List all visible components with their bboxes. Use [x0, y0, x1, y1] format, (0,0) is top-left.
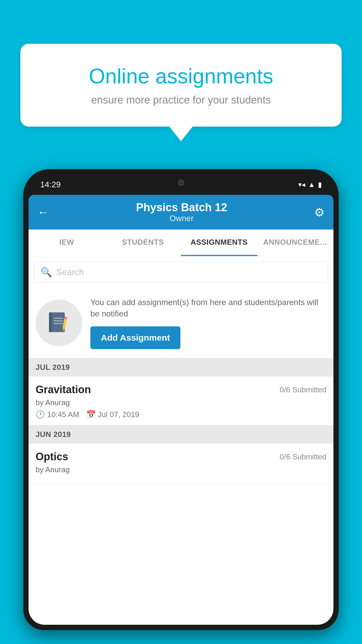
- tabs-bar: IEW STUDENTS ASSIGNMENTS ANNOUNCEME…: [29, 230, 333, 256]
- batch-title: Physics Batch 12: [136, 201, 227, 214]
- clock-icon: 🕐: [36, 410, 45, 419]
- assignment-status-gravitation: 0/6 Submitted: [280, 385, 326, 394]
- speech-bubble-tail: [169, 127, 193, 141]
- assignment-title-gravitation: Gravitation: [36, 384, 91, 396]
- search-container: 🔍 Search: [29, 256, 333, 288]
- wifi-icon: ▾◂: [298, 181, 305, 189]
- search-icon: 🔍: [41, 267, 52, 278]
- tab-announcements[interactable]: ANNOUNCEME…: [257, 230, 334, 256]
- assignment-by-optics: by Anurag: [36, 465, 326, 474]
- tab-assignments[interactable]: ASSIGNMENTS: [181, 230, 257, 256]
- back-button[interactable]: ←: [37, 206, 49, 219]
- header-title-block: Physics Batch 12 Owner: [136, 201, 227, 223]
- assignment-top-row: Gravitation 0/6 Submitted: [36, 384, 326, 396]
- search-bar[interactable]: 🔍 Search: [34, 262, 328, 283]
- assignment-time-gravitation: 10:45 AM: [47, 410, 79, 419]
- meta-time-gravitation: 🕐 10:45 AM: [36, 410, 79, 419]
- assignment-item-gravitation[interactable]: Gravitation 0/6 Submitted by Anurag 🕐 10…: [29, 377, 333, 425]
- notebook-icon-circle: [36, 300, 82, 346]
- camera: [178, 179, 184, 186]
- tab-students[interactable]: STUDENTS: [105, 230, 181, 256]
- notch: [158, 174, 204, 190]
- signal-icon: ▲: [308, 181, 315, 189]
- phone-wrapper: 14:29 ▾◂ ▲ ▮ ← Physics Batch 12 Owner ⚙: [23, 169, 339, 644]
- assignment-meta-gravitation: 🕐 10:45 AM 📅 Jul 07, 2019: [36, 410, 326, 419]
- meta-date-gravitation: 📅 Jul 07, 2019: [86, 410, 139, 419]
- assignment-by-gravitation: by Anurag: [36, 398, 326, 407]
- assignment-top-row-optics: Optics 0/6 Submitted: [36, 451, 326, 463]
- assignment-date-gravitation: Jul 07, 2019: [98, 410, 139, 419]
- bubble-subtitle: ensure more practice for your students: [44, 94, 318, 106]
- add-assignment-button[interactable]: Add Assignment: [90, 326, 180, 349]
- assignment-status-optics: 0/6 Submitted: [280, 452, 326, 461]
- status-icons: ▾◂ ▲ ▮: [298, 181, 322, 189]
- section-header-jul: JUL 2019: [29, 358, 333, 377]
- info-block: You can add assignment(s) from here and …: [29, 288, 333, 358]
- bubble-title: Online assignments: [44, 64, 318, 88]
- settings-icon[interactable]: ⚙: [314, 206, 325, 219]
- search-placeholder-text: Search: [56, 267, 84, 277]
- notebook-icon: [46, 310, 72, 336]
- status-bar: 14:29 ▾◂ ▲ ▮: [29, 174, 333, 195]
- assignment-item-optics[interactable]: Optics 0/6 Submitted by Anurag: [29, 444, 333, 483]
- phone-screen: ← Physics Batch 12 Owner ⚙ IEW STUDENTS …: [29, 195, 333, 625]
- assignment-title-optics: Optics: [36, 451, 68, 463]
- status-time: 14:29: [40, 180, 61, 189]
- speech-bubble: Online assignments ensure more practice …: [20, 44, 342, 127]
- info-text: You can add assignment(s) from here and …: [90, 297, 326, 319]
- owner-label: Owner: [136, 214, 227, 223]
- info-right: You can add assignment(s) from here and …: [90, 297, 326, 349]
- tab-iew[interactable]: IEW: [29, 230, 105, 256]
- app-header: ← Physics Batch 12 Owner ⚙: [29, 195, 333, 230]
- phone-outer: 14:29 ▾◂ ▲ ▮ ← Physics Batch 12 Owner ⚙: [23, 169, 339, 630]
- svg-rect-1: [49, 312, 52, 332]
- speech-bubble-wrapper: Online assignments ensure more practice …: [20, 44, 342, 141]
- calendar-icon: 📅: [86, 410, 96, 419]
- section-header-jun: JUN 2019: [29, 425, 333, 444]
- battery-icon: ▮: [318, 181, 322, 189]
